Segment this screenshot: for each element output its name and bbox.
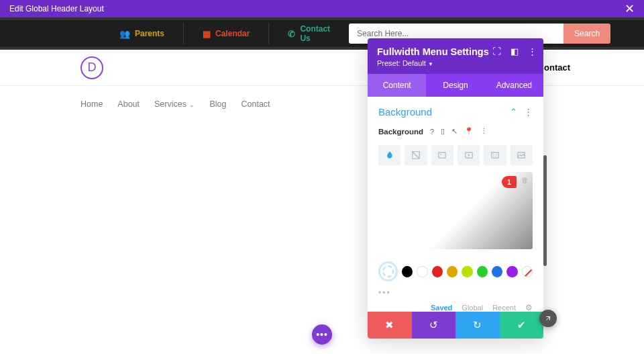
- palette-saved[interactable]: Saved: [431, 304, 452, 312]
- swatch-red[interactable]: [432, 266, 443, 277]
- palette-recent[interactable]: Recent: [492, 304, 516, 312]
- site-header: D Home Contact: [0, 50, 644, 86]
- tab-design[interactable]: Design: [426, 74, 484, 97]
- pin-icon[interactable]: 📍: [464, 127, 474, 136]
- close-icon[interactable]: ✕: [625, 1, 635, 16]
- parents-icon: 👥: [119, 29, 130, 39]
- background-preview[interactable]: 1 🗑: [378, 172, 533, 249]
- panel-body: Background ⌃ ⋮ Background ? ▯ ↖ 📍 ⋮: [368, 97, 543, 312]
- edit-header-bar: Edit Global Header Layout ✕: [0, 0, 644, 17]
- panel-tabs: Content Design Advanced: [368, 74, 543, 97]
- tab-content[interactable]: Content: [368, 74, 426, 97]
- more-dots-icon[interactable]: •••: [368, 285, 543, 303]
- help-icon[interactable]: ?: [430, 128, 434, 136]
- subnav-about[interactable]: About: [117, 99, 140, 109]
- swatch-blue[interactable]: [492, 266, 502, 277]
- subnav-home[interactable]: Home: [80, 99, 103, 109]
- page-actions-fab[interactable]: •••: [312, 324, 332, 345]
- nav-calendar[interactable]: ▦ Calendar: [183, 23, 268, 44]
- svg-point-9: [496, 156, 497, 157]
- swatch-black[interactable]: [402, 266, 413, 277]
- kebab-icon[interactable]: ⋮: [528, 46, 537, 56]
- step-badge: 1: [502, 176, 517, 188]
- color-swatches: [368, 249, 543, 285]
- panel-header: Fullwidth Menu Settings Preset: Default …: [368, 38, 543, 74]
- svg-point-8: [494, 156, 495, 157]
- swatch-purple[interactable]: [506, 266, 517, 277]
- swatch-current[interactable]: [378, 261, 398, 281]
- palette-global[interactable]: Global: [462, 304, 483, 312]
- background-type-tabs: [378, 145, 533, 165]
- nav-parents-label: Parents: [135, 29, 164, 38]
- cursor-icon[interactable]: ↖: [451, 127, 458, 136]
- bg-tab-pattern[interactable]: [484, 145, 506, 165]
- expand-icon[interactable]: ⛶: [492, 46, 501, 56]
- search-button[interactable]: Search: [564, 24, 610, 44]
- nav-contact-label: Contact Us: [300, 24, 330, 43]
- drag-handle[interactable]: [539, 310, 557, 327]
- settings-panel: Fullwidth Menu Settings Preset: Default …: [368, 38, 543, 339]
- chevron-down-icon: ⌄: [188, 101, 195, 108]
- svg-rect-0: [439, 152, 446, 158]
- swatch-none[interactable]: [522, 266, 533, 277]
- swatch-green[interactable]: [477, 266, 488, 277]
- trash-icon[interactable]: 🗑: [521, 176, 529, 184]
- mobile-icon[interactable]: ▯: [441, 127, 445, 136]
- background-label-row: Background ? ▯ ↖ 📍 ⋮: [378, 127, 533, 136]
- palette-tabs: Saved Global Recent ⚙: [368, 303, 543, 319]
- page-nav: Home About Services ⌄ Blog Contact: [0, 86, 644, 122]
- kebab-icon[interactable]: ⋮: [480, 127, 488, 136]
- bg-tab-gradient[interactable]: [405, 145, 427, 165]
- svg-point-1: [441, 154, 442, 155]
- swatch-yellow[interactable]: [462, 266, 472, 277]
- svg-point-6: [496, 154, 497, 154]
- panel-preset[interactable]: Preset: Default ▼: [377, 59, 534, 67]
- panel-scrollbar[interactable]: [543, 155, 547, 266]
- edit-header-title: Edit Global Header Layout: [9, 4, 104, 13]
- bg-tab-image[interactable]: [431, 145, 453, 165]
- svg-point-7: [493, 156, 494, 157]
- tab-advanced[interactable]: Advanced: [485, 74, 543, 97]
- bg-tab-mask[interactable]: [511, 145, 533, 165]
- columns-icon[interactable]: ◧: [511, 46, 519, 56]
- nav-calendar-label: Calendar: [215, 29, 250, 38]
- chevron-up-icon[interactable]: ⌃: [510, 107, 517, 117]
- caret-down-icon: ▼: [427, 61, 433, 67]
- section-background[interactable]: Background ⌃ ⋮: [378, 106, 533, 118]
- bg-tab-video[interactable]: [458, 145, 480, 165]
- phone-icon: ✆: [288, 29, 295, 39]
- subnav-contact[interactable]: Contact: [241, 99, 270, 109]
- nav-parents[interactable]: 👥 Parents: [101, 23, 183, 44]
- nav-contact-us[interactable]: ✆ Contact Us: [268, 23, 349, 44]
- subnav-services[interactable]: Services ⌄: [154, 99, 195, 109]
- svg-point-5: [494, 154, 495, 154]
- kebab-icon[interactable]: ⋮: [524, 107, 533, 117]
- svg-point-4: [493, 154, 494, 154]
- swatch-white[interactable]: [417, 266, 427, 277]
- bg-tab-color[interactable]: [378, 145, 400, 165]
- gear-icon[interactable]: ⚙: [525, 303, 533, 312]
- subnav-blog[interactable]: Blog: [209, 99, 226, 109]
- logo[interactable]: D: [80, 56, 103, 79]
- background-label: Background: [378, 128, 423, 136]
- swatch-orange[interactable]: [447, 266, 458, 277]
- top-toolbar: 👥 Parents ▦ Calendar ✆ Contact Us Search: [0, 17, 644, 50]
- svg-rect-3: [492, 152, 499, 158]
- calendar-icon: ▦: [203, 29, 211, 39]
